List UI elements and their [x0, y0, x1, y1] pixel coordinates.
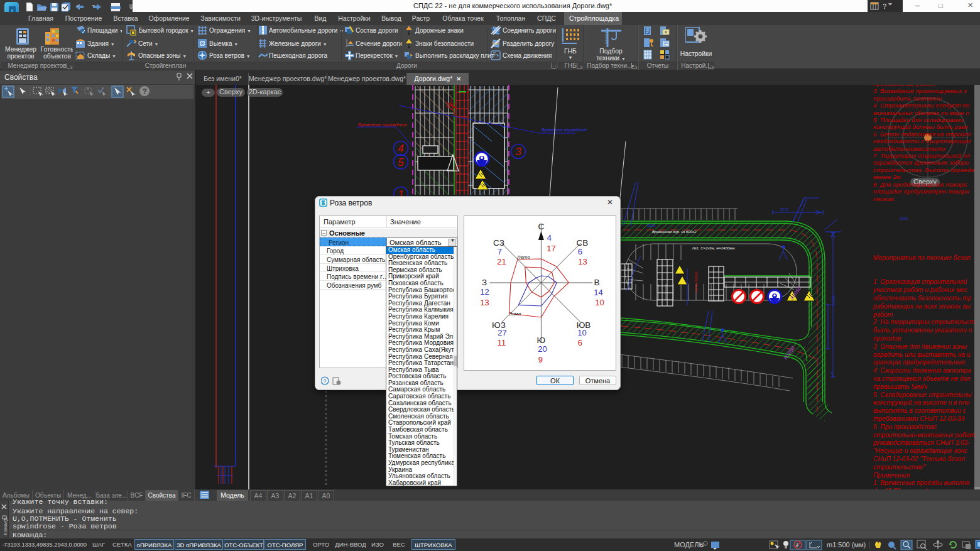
svg-text:Лето: Лето	[516, 254, 530, 260]
svg-text:10: 10	[577, 328, 586, 337]
svg-text:10: 10	[595, 298, 604, 307]
svg-text:СВ: СВ	[577, 238, 589, 248]
svg-text:?: ?	[324, 378, 327, 385]
svg-text:Временное ограждение: Временное ограждение	[542, 128, 587, 133]
svg-text:С: С	[538, 222, 545, 231]
svg-text:12: 12	[480, 287, 489, 297]
svg-text:уклон 0,020: уклон 0,020	[694, 271, 698, 293]
svg-text:3: 3	[515, 146, 521, 158]
svg-text:СЗ: СЗ	[493, 238, 504, 248]
svg-text:9: 9	[538, 355, 543, 364]
svg-text:13: 13	[480, 298, 489, 307]
svg-text:6: 6	[578, 338, 582, 347]
svg-text:13: 13	[578, 257, 587, 266]
svg-text:Временная дор. из 600х2: Временная дор. из 600х2	[652, 230, 697, 234]
svg-text:5: 5	[398, 156, 404, 168]
svg-text:3000: 3000	[647, 224, 656, 227]
svg-text:81000: 81000	[832, 295, 836, 306]
svg-text:27: 27	[498, 328, 506, 337]
svg-text:?: ?	[883, 3, 886, 10]
svg-text:Ю: Ю	[537, 336, 546, 345]
svg-text:4: 4	[398, 143, 403, 155]
svg-text:6: 6	[578, 247, 582, 256]
svg-text:?: ?	[143, 87, 147, 95]
svg-text:11: 11	[498, 338, 506, 347]
svg-text:В: В	[594, 278, 599, 287]
svg-text:№1, С=2х6м, Н=2400мм: №1, С=2х6м, Н=2400мм	[692, 246, 735, 250]
svg-text:7: 7	[498, 247, 502, 256]
svg-text:21: 21	[497, 257, 506, 266]
svg-text:14: 14	[594, 288, 602, 297]
svg-text:m1:500 (мм): m1:500 (мм)	[827, 541, 866, 548]
svg-text:3000: 3000	[900, 217, 908, 221]
svg-text:Зима: Зима	[509, 311, 521, 317]
svg-text:З: З	[482, 278, 487, 287]
svg-text:4: 4	[547, 233, 552, 243]
svg-text:20: 20	[538, 344, 547, 354]
svg-text:17: 17	[547, 244, 555, 253]
svg-text:Команд: Команд	[3, 518, 8, 535]
svg-text:6000: 6000	[780, 207, 789, 211]
